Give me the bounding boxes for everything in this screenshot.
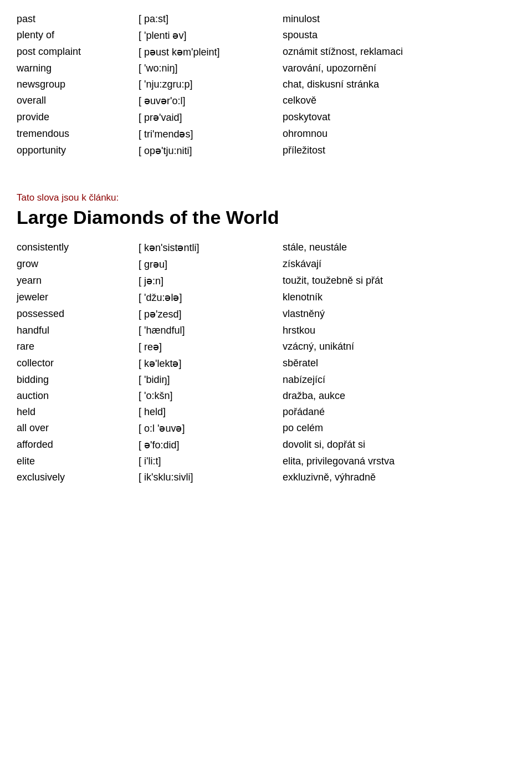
word-cell: opportunity <box>17 142 139 159</box>
table-row: all over[ o:l 'əuvə]po celém <box>17 420 515 437</box>
table-row: possessed[ pə'zesd]vlastněný <box>17 306 515 323</box>
translation-cell: po celém <box>283 420 515 437</box>
translation-cell: stále, neustále <box>283 239 515 256</box>
phonetic-cell: [ pəust kəm'pleint] <box>139 44 283 60</box>
translation-cell: minulost <box>283 11 515 27</box>
translation-cell: toužit, toužebně si přát <box>283 273 515 289</box>
word-cell: collector <box>17 355 139 372</box>
phonetic-cell: [ kən'sistəntli] <box>139 239 283 256</box>
word-cell: yearn <box>17 273 139 289</box>
translation-cell: chat, diskusní stránka <box>283 76 515 93</box>
word-cell: handful <box>17 323 139 339</box>
table-row: tremendous[ tri'mendəs]ohromnou <box>17 126 515 142</box>
translation-cell: hrstkou <box>283 323 515 339</box>
word-cell: tremendous <box>17 126 139 142</box>
phonetic-cell: [ prə'vaid] <box>139 109 283 126</box>
word-cell: held <box>17 404 139 420</box>
section2-label: Tato slova jsou k článku: <box>17 192 515 203</box>
phonetic-cell: [ reə] <box>139 339 283 355</box>
word-cell: rare <box>17 339 139 355</box>
table-row: handful[ 'hændful]hrstkou <box>17 323 515 339</box>
word-cell: afforded <box>17 437 139 453</box>
word-cell: all over <box>17 420 139 437</box>
table-row: elite[ i'li:t]elita, privilegovaná vrstv… <box>17 453 515 469</box>
word-cell: plenty of <box>17 27 139 44</box>
word-cell: provide <box>17 109 139 126</box>
table-row: post complaint[ pəust kəm'pleint]oznámit… <box>17 44 515 60</box>
translation-cell: ohromnou <box>283 126 515 142</box>
table-row: overall[ əuvər'o:l]celkově <box>17 93 515 109</box>
translation-cell: nabízející <box>283 372 515 388</box>
table-row: bidding[ 'bidiŋ]nabízející <box>17 372 515 388</box>
translation-cell: vlastněný <box>283 306 515 323</box>
table-row: grow[ grəu]získávají <box>17 256 515 273</box>
translation-cell: celkově <box>283 93 515 109</box>
phonetic-cell: [ i'li:t] <box>139 453 283 469</box>
translation-cell: vzácný, unikátní <box>283 339 515 355</box>
word-cell: auction <box>17 388 139 404</box>
translation-cell: dražba, aukce <box>283 388 515 404</box>
phonetic-cell: [ 'džu:ələ] <box>139 289 283 306</box>
vocab-table-section2: consistently[ kən'sistəntli]stále, neust… <box>17 239 515 485</box>
table-row: past[ pa:st]minulost <box>17 11 515 27</box>
phonetic-cell: [ tri'mendəs] <box>139 126 283 142</box>
table-row: yearn[ jə:n]toužit, toužebně si přát <box>17 273 515 289</box>
article-title: Large Diamonds of the World <box>17 207 515 228</box>
table-row: provide[ prə'vaid]poskytovat <box>17 109 515 126</box>
translation-cell: příležitost <box>283 142 515 159</box>
phonetic-cell: [ pə'zesd] <box>139 306 283 323</box>
translation-cell: získávají <box>283 256 515 273</box>
table-row: exclusively[ ik'sklu:sivli]exkluzivně, v… <box>17 469 515 485</box>
word-cell: warning <box>17 60 139 76</box>
phonetic-cell: [ jə:n] <box>139 273 283 289</box>
word-cell: exclusively <box>17 469 139 485</box>
translation-cell: spousta <box>283 27 515 44</box>
table-row: consistently[ kən'sistəntli]stále, neust… <box>17 239 515 256</box>
table-row: warning[ 'wo:niŋ]varování, upozornění <box>17 60 515 76</box>
table-row: afforded[ ə'fo:did]dovolit si, dopřát si <box>17 437 515 453</box>
phonetic-cell: [ 'nju:zgru:p] <box>139 76 283 93</box>
table-row: rare[ reə]vzácný, unikátní <box>17 339 515 355</box>
phonetic-cell: [ 'o:kšn] <box>139 388 283 404</box>
table-row: newsgroup[ 'nju:zgru:p]chat, diskusní st… <box>17 76 515 93</box>
table-row: held[ held]pořádané <box>17 404 515 420</box>
word-cell: post complaint <box>17 44 139 60</box>
word-cell: elite <box>17 453 139 469</box>
translation-cell: varování, upozornění <box>283 60 515 76</box>
phonetic-cell: [ o:l 'əuvə] <box>139 420 283 437</box>
phonetic-cell: [ ik'sklu:sivli] <box>139 469 283 485</box>
translation-cell: pořádané <box>283 404 515 420</box>
table-row: collector[ kə'lektə]sběratel <box>17 355 515 372</box>
word-cell: consistently <box>17 239 139 256</box>
table-row: opportunity[ opə'tju:niti]příležitost <box>17 142 515 159</box>
translation-cell: poskytovat <box>283 109 515 126</box>
word-cell: possessed <box>17 306 139 323</box>
table-row: plenty of[ 'plenti əv]spousta <box>17 27 515 44</box>
translation-cell: sběratel <box>283 355 515 372</box>
phonetic-cell: [ ə'fo:did] <box>139 437 283 453</box>
word-cell: newsgroup <box>17 76 139 93</box>
translation-cell: klenotník <box>283 289 515 306</box>
phonetic-cell: [ held] <box>139 404 283 420</box>
word-cell: bidding <box>17 372 139 388</box>
translation-cell: exkluzivně, výhradně <box>283 469 515 485</box>
translation-cell: dovolit si, dopřát si <box>283 437 515 453</box>
phonetic-cell: [ opə'tju:niti] <box>139 142 283 159</box>
table-row: auction[ 'o:kšn]dražba, aukce <box>17 388 515 404</box>
phonetic-cell: [ grəu] <box>139 256 283 273</box>
translation-cell: elita, privilegovaná vrstva <box>283 453 515 469</box>
phonetic-cell: [ kə'lektə] <box>139 355 283 372</box>
phonetic-cell: [ 'plenti əv] <box>139 27 283 44</box>
word-cell: overall <box>17 93 139 109</box>
table-row: jeweler[ 'džu:ələ]klenotník <box>17 289 515 306</box>
phonetic-cell: [ 'bidiŋ] <box>139 372 283 388</box>
phonetic-cell: [ əuvər'o:l] <box>139 93 283 109</box>
translation-cell: oznámit stížnost, reklamaci <box>283 44 515 60</box>
word-cell: grow <box>17 256 139 273</box>
phonetic-cell: [ 'hændful] <box>139 323 283 339</box>
phonetic-cell: [ pa:st] <box>139 11 283 27</box>
phonetic-cell: [ 'wo:niŋ] <box>139 60 283 76</box>
word-cell: past <box>17 11 139 27</box>
vocab-table-section1: past[ pa:st]minulostplenty of[ 'plenti ə… <box>17 11 515 159</box>
word-cell: jeweler <box>17 289 139 306</box>
